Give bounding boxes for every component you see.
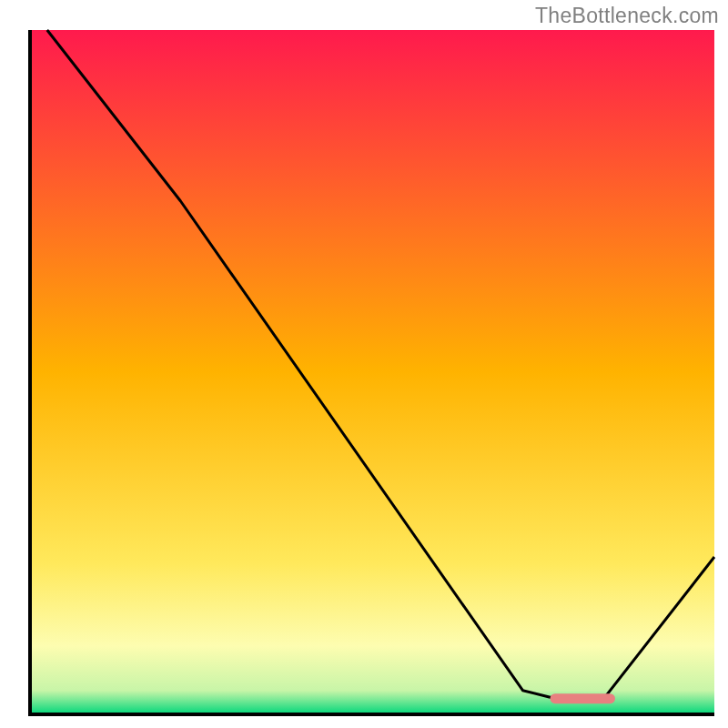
plot-background bbox=[30, 30, 714, 714]
optimal-range-marker bbox=[551, 693, 615, 703]
watermark-text: TheBottleneck.com bbox=[535, 4, 719, 28]
bottleneck-chart bbox=[0, 0, 728, 728]
